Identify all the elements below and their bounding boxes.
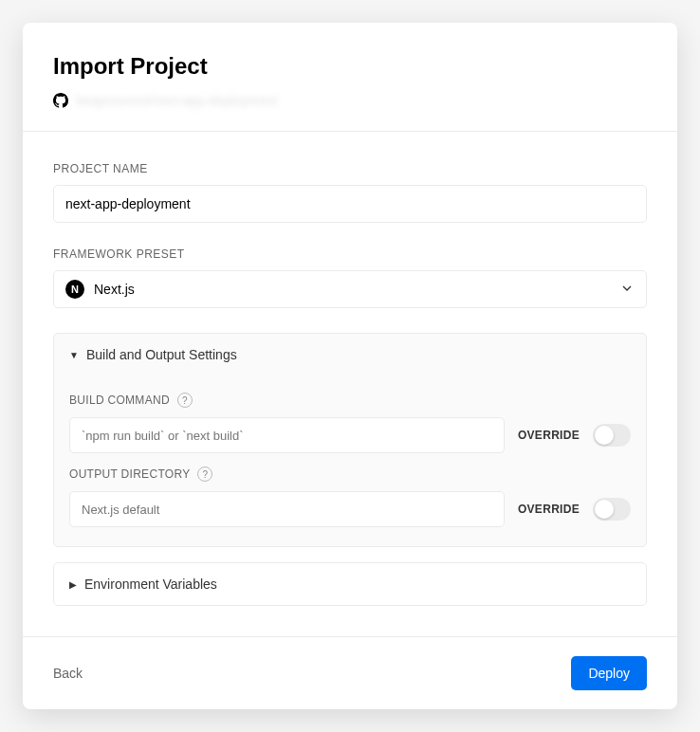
disclosure-triangle-down-icon: ▼ xyxy=(69,350,79,360)
back-button[interactable]: Back xyxy=(53,666,83,681)
card-footer: Back Deploy xyxy=(23,636,677,709)
output-directory-label-row: OUTPUT DIRECTORY ? xyxy=(69,467,631,482)
page-title: Import Project xyxy=(53,53,647,80)
project-name-section: PROJECT NAME xyxy=(53,162,647,223)
github-icon xyxy=(53,93,68,108)
toggle-knob xyxy=(595,426,614,445)
framework-preset-value: Next.js xyxy=(94,282,135,297)
environment-variables-title: Environment Variables xyxy=(84,576,217,592)
framework-preset-label: FRAMEWORK PRESET xyxy=(53,247,647,261)
repo-path: beaprounovi/next-app-deployment xyxy=(76,93,277,108)
output-directory-input xyxy=(69,491,505,527)
card-body: PROJECT NAME FRAMEWORK PRESET N Next.js … xyxy=(23,132,677,636)
import-project-card: Import Project beaprounovi/next-app-depl… xyxy=(23,23,677,709)
framework-preset-section: FRAMEWORK PRESET N Next.js xyxy=(53,247,647,308)
disclosure-triangle-right-icon: ▶ xyxy=(69,579,77,590)
project-name-label: PROJECT NAME xyxy=(53,162,647,175)
output-directory-row: OVERRIDE xyxy=(69,491,631,527)
build-command-override-toggle[interactable] xyxy=(593,424,631,447)
card-header: Import Project beaprounovi/next-app-depl… xyxy=(23,23,677,132)
help-icon[interactable]: ? xyxy=(197,467,212,482)
nextjs-icon: N xyxy=(65,280,84,299)
build-settings-disclosure[interactable]: ▼ Build and Output Settings xyxy=(54,334,646,375)
build-output-settings-panel: ▼ Build and Output Settings BUILD COMMAN… xyxy=(53,333,647,547)
project-name-input[interactable] xyxy=(53,185,647,223)
output-directory-label: OUTPUT DIRECTORY xyxy=(69,467,190,481)
deploy-button[interactable]: Deploy xyxy=(571,656,647,690)
repo-line: beaprounovi/next-app-deployment xyxy=(53,93,647,108)
build-command-input xyxy=(69,417,505,453)
help-icon[interactable]: ? xyxy=(177,393,193,408)
override-label: OVERRIDE xyxy=(518,503,580,516)
build-command-label-row: BUILD COMMAND ? xyxy=(69,393,631,408)
framework-select-value-wrap: N Next.js xyxy=(65,280,135,299)
build-settings-body: BUILD COMMAND ? OVERRIDE OUTPUT DIRECTOR… xyxy=(54,375,646,546)
build-command-row: OVERRIDE xyxy=(69,417,631,453)
toggle-knob xyxy=(595,500,614,519)
chevron-down-icon xyxy=(619,281,635,299)
build-command-label: BUILD COMMAND xyxy=(69,393,170,407)
environment-variables-disclosure[interactable]: ▶ Environment Variables xyxy=(53,562,647,606)
override-label: OVERRIDE xyxy=(518,429,580,442)
build-settings-title: Build and Output Settings xyxy=(86,347,237,362)
framework-preset-select[interactable]: N Next.js xyxy=(53,270,647,308)
output-directory-override-toggle[interactable] xyxy=(593,498,631,521)
